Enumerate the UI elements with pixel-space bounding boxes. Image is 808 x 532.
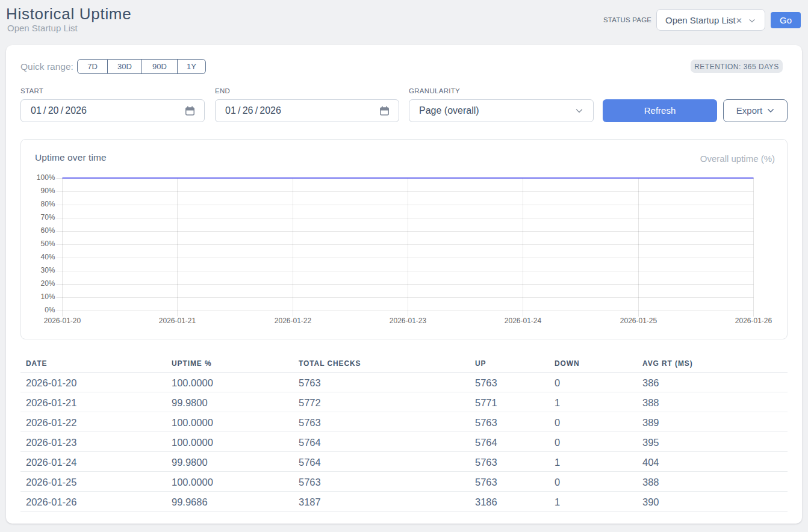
svg-text:2026-01-22: 2026-01-22 [275, 317, 312, 325]
svg-text:30%: 30% [40, 266, 55, 274]
svg-text:2026-01-25: 2026-01-25 [620, 317, 657, 325]
svg-text:2026-01-26: 2026-01-26 [735, 317, 772, 325]
svg-text:50%: 50% [40, 240, 55, 248]
svg-text:80%: 80% [40, 200, 55, 208]
svg-text:20%: 20% [40, 279, 55, 288]
svg-text:2026-01-24: 2026-01-24 [505, 317, 542, 325]
svg-text:10%: 10% [40, 292, 55, 301]
svg-text:90%: 90% [40, 187, 55, 195]
svg-text:70%: 70% [40, 213, 55, 221]
svg-text:2026-01-21: 2026-01-21 [159, 317, 196, 325]
svg-text:0%: 0% [45, 306, 55, 314]
svg-text:2026-01-23: 2026-01-23 [390, 317, 427, 325]
svg-text:100%: 100% [37, 173, 55, 182]
svg-text:60%: 60% [40, 226, 55, 235]
svg-text:2026-01-20: 2026-01-20 [44, 317, 81, 325]
svg-text:40%: 40% [40, 253, 55, 261]
